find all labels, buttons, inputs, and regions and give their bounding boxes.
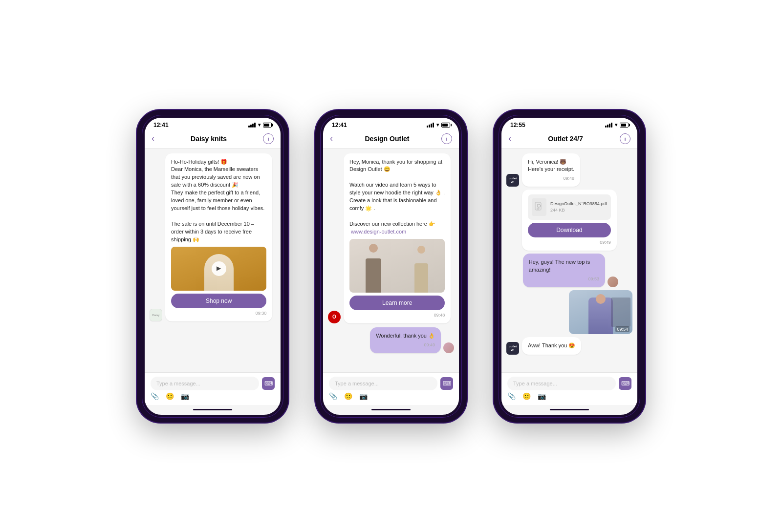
- msg-row-1: Daisy Ho-Ho-Holiday gifts! 🎁 Dear Monica…: [150, 153, 276, 321]
- message-input-2[interactable]: Type a message...: [329, 377, 437, 390]
- emoji-icon-2[interactable]: 🙂: [344, 392, 352, 400]
- outgoing-time-3: 09:53: [529, 276, 599, 282]
- status-icons-2: ▾: [427, 122, 450, 128]
- message-bubble-1: Ho-Ho-Holiday gifts! 🎁 Dear Monica, the …: [165, 153, 272, 321]
- home-bar-1: [145, 405, 281, 415]
- user-avatar-2: [443, 342, 454, 353]
- input-row-2: Type a message... ⌨: [329, 377, 453, 390]
- signal-bars-1: [248, 123, 256, 128]
- battery-3: [620, 123, 629, 128]
- home-bar-3: [501, 405, 637, 415]
- nav-bar-1: ‹ Daisy knits i: [145, 130, 281, 149]
- design-outlet-logo: O: [328, 311, 341, 323]
- thankyou-text: Aww! Thank you 😍: [528, 342, 575, 350]
- input-area-3: Type a message... ⌨ 📎 🙂 📷: [501, 372, 637, 405]
- image-time: 09:54: [615, 326, 630, 332]
- keyboard-button-3[interactable]: ⌨: [619, 377, 631, 390]
- message-input-3[interactable]: Type a message...: [507, 377, 616, 390]
- outgoing-text-3: Hey, guys! The new top is amazing!: [529, 258, 599, 274]
- status-bar-3: 12:55 ▾: [501, 118, 637, 130]
- back-button-1[interactable]: ‹: [152, 133, 154, 144]
- phone-1-screen: 12:41 ▾ ‹ Daisy knits i: [145, 118, 281, 415]
- message-input-1[interactable]: Type a message...: [151, 377, 259, 390]
- input-row-1: Type a message... ⌨: [151, 377, 275, 390]
- document-info: DesignOutlet_N°RO9854.pdf 244 KB: [550, 201, 607, 213]
- shop-now-button[interactable]: Shop now: [171, 294, 266, 308]
- emoji-icon-3[interactable]: 🙂: [522, 392, 531, 400]
- outgoing-row-3: Hey, guys! The new top is amazing! 09:53: [523, 254, 632, 287]
- outgoing-bubble-1: Wonderful, thank you 👌 09:49: [370, 327, 441, 353]
- video-thumbnail[interactable]: ▶: [171, 247, 266, 291]
- status-icons-1: ▾: [248, 122, 272, 128]
- play-button[interactable]: ▶: [212, 261, 226, 276]
- phone-1: 12:41 ▾ ‹ Daisy knits i: [137, 110, 288, 423]
- nav-bar-2: ‹ Design Outlet i: [323, 130, 459, 149]
- greeting-bubble: Hi, Veronica! 🐻Here's your receipt. 09:4…: [522, 153, 580, 187]
- phone-2: 12:41 ▾ ‹ Design Outlet i: [315, 110, 467, 423]
- outgoing-image-row: 09:54: [569, 290, 632, 334]
- website-link[interactable]: www.design-outlet.com: [351, 229, 406, 234]
- bottom-icons-3: 📎 🙂 📷: [507, 390, 631, 401]
- download-button[interactable]: Download: [528, 223, 611, 237]
- message-time-1: 09:30: [171, 310, 266, 317]
- document-icon: [532, 198, 546, 216]
- nav-title-1: Daisy knits: [191, 135, 227, 143]
- message-bubble-2: Hey, Monica, thank you for shopping at D…: [344, 153, 451, 323]
- camera-icon-2[interactable]: 📷: [359, 392, 368, 400]
- emoji-icon-1[interactable]: 🙂: [166, 392, 174, 400]
- nav-title-3: Outlet 24/7: [548, 135, 583, 143]
- attach-icon-3[interactable]: 📎: [507, 392, 516, 400]
- outlet-logo: outlet24: [506, 174, 519, 187]
- learn-more-button[interactable]: Learn more: [349, 296, 445, 310]
- outgoing-row-1: Wonderful, thank you 👌 09:49: [370, 327, 454, 353]
- attach-icon-2[interactable]: 📎: [329, 392, 337, 400]
- time-3: 12:55: [510, 122, 525, 128]
- attach-icon-1[interactable]: 📎: [151, 392, 159, 400]
- keyboard-button-1[interactable]: ⌨: [262, 377, 275, 390]
- info-button-3[interactable]: i: [620, 133, 630, 144]
- camera-icon-1[interactable]: 📷: [181, 392, 189, 400]
- fashion-image: [349, 239, 445, 293]
- phone-3-screen: 12:55 ▾ ‹ Outlet 24/7 i: [501, 118, 637, 415]
- wifi-icon-2: ▾: [436, 122, 439, 128]
- signal-bars-3: [605, 123, 612, 128]
- msg-row-2: O Hey, Monica, thank you for shopping at…: [328, 153, 454, 323]
- outgoing-text-1: Wonderful, thank you 👌: [376, 332, 435, 340]
- battery-1: [263, 123, 272, 128]
- user-avatar-3: [608, 277, 618, 287]
- battery-2: [441, 123, 450, 128]
- msg-row-3c: outlet24 Aww! Thank you 😍: [506, 337, 632, 355]
- greeting-time: 09:48: [528, 175, 574, 182]
- camera-icon-3[interactable]: 📷: [538, 392, 546, 400]
- signal-bars-2: [427, 123, 434, 128]
- outgoing-time-1: 09:49: [376, 342, 435, 348]
- chat-area-2: O Hey, Monica, thank you for shopping at…: [323, 149, 459, 372]
- document-attachment: DesignOutlet_N°RO9854.pdf 244 KB: [528, 194, 611, 220]
- message-text-1: Ho-Ho-Holiday gifts! 🎁 Dear Monica, the …: [171, 158, 266, 244]
- message-text-2: Hey, Monica, thank you for shopping at D…: [349, 158, 445, 236]
- info-button-2[interactable]: i: [441, 133, 452, 144]
- message-time-2: 09:48: [349, 312, 445, 319]
- msg-row-3b: DesignOutlet_N°RO9854.pdf 244 KB Downloa…: [506, 190, 632, 251]
- thankyou-bubble: Aww! Thank you 😍: [522, 337, 581, 355]
- msg-row-3a: outlet24 Hi, Veronica! 🐻Here's your rece…: [506, 153, 632, 187]
- back-button-3[interactable]: ‹: [508, 133, 511, 144]
- wifi-icon-3: ▾: [615, 122, 617, 128]
- wifi-icon-1: ▾: [258, 122, 261, 128]
- doc-time: 09:49: [528, 239, 611, 246]
- nav-bar-3: ‹ Outlet 24/7 i: [501, 130, 637, 149]
- nav-title-2: Design Outlet: [365, 135, 409, 143]
- document-size: 244 KB: [550, 207, 607, 213]
- bottom-icons-2: 📎 🙂 📷: [329, 390, 453, 401]
- chat-area-3: outlet24 Hi, Veronica! 🐻Here's your rece…: [501, 149, 637, 372]
- phone-3: 12:55 ▾ ‹ Outlet 24/7 i: [494, 110, 645, 423]
- info-button-1[interactable]: i: [263, 133, 274, 144]
- input-area-2: Type a message... ⌨ 📎 🙂 📷: [323, 372, 459, 405]
- time-2: 12:41: [332, 122, 347, 128]
- back-button-2[interactable]: ‹: [330, 133, 333, 144]
- chat-area-1: Daisy Ho-Ho-Holiday gifts! 🎁 Dear Monica…: [145, 149, 281, 372]
- keyboard-button-2[interactable]: ⌨: [440, 377, 453, 390]
- status-bar-2: 12:41 ▾: [323, 118, 459, 130]
- outlet-logo-2: outlet24: [506, 342, 519, 355]
- document-name: DesignOutlet_N°RO9854.pdf: [550, 201, 607, 207]
